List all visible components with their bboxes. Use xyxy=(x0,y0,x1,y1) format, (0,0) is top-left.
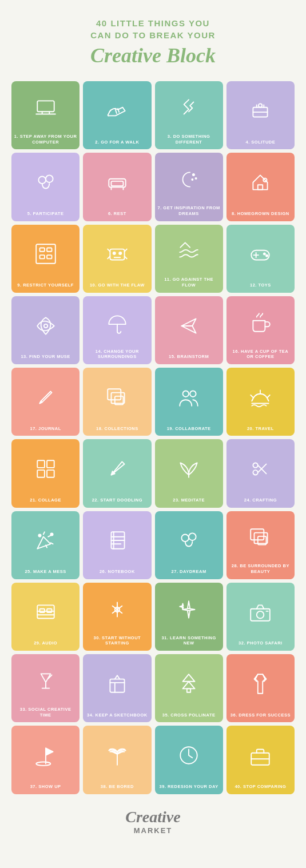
grid-item-16: 16. HAVE A CUP OF TEA OR COFFEE xyxy=(226,296,295,364)
svg-rect-45 xyxy=(47,608,51,612)
footer: Creative Market xyxy=(125,808,180,835)
svg-rect-0 xyxy=(37,101,54,112)
svg-rect-16 xyxy=(47,255,51,258)
svg-point-22 xyxy=(266,255,268,257)
cell-icon-13 xyxy=(34,301,58,355)
cell-icon-10 xyxy=(105,229,129,283)
grid-item-25: 25. MAKE A MESS xyxy=(11,511,80,579)
grid-item-7: 7. GET INSPIRATION FROM DREAMS xyxy=(155,153,223,221)
grid-item-32: 32. PHOTO SAFARI xyxy=(226,583,295,651)
cell-label-37: 37. SHOW UP xyxy=(30,784,61,790)
grid-item-28: 28. BE SURROUNDED BY BEAUTY xyxy=(226,511,295,579)
title-area: 40 LITTLE THINGS YOU CAN DO TO BREAK YOU… xyxy=(90,17,216,67)
cell-label-36: 36. DRESS FOR SUCCESS xyxy=(231,712,291,718)
cell-icon-16 xyxy=(248,301,272,349)
cell-label-25: 25. MAKE A MESS xyxy=(25,569,66,575)
cell-label-26: 26. NOTEBOOK xyxy=(100,569,135,575)
cell-label-29: 29. AUDIO xyxy=(34,640,57,646)
svg-rect-6 xyxy=(111,181,123,186)
cell-label-14: 14. CHANGE YOUR SURROUNDINGS xyxy=(85,349,149,360)
grid-item-13: 13. FIND YOUR MUSE xyxy=(11,296,80,364)
cell-icon-22 xyxy=(105,444,129,497)
cell-icon-7 xyxy=(177,157,201,205)
grid-item-8: 8. HOMEGROWN DESIGN xyxy=(226,153,295,221)
cell-icon-25 xyxy=(34,516,58,570)
cell-label-30: 30. START WITHOUT STARTING xyxy=(85,635,149,647)
grid-item-40: 40. STOP COMPARING xyxy=(226,726,295,794)
cell-icon-1 xyxy=(34,86,58,134)
cell-icon-26 xyxy=(105,516,129,570)
cell-icon-35 xyxy=(177,659,201,712)
grid-item-24: 24. CRAFTING xyxy=(226,439,295,507)
cell-icon-18 xyxy=(105,372,129,426)
cell-label-38: 38. BE BORED xyxy=(101,784,134,790)
svg-rect-49 xyxy=(110,679,124,692)
footer-word: Market xyxy=(125,826,180,835)
cell-label-40: 40. STOP COMPARING xyxy=(235,784,286,790)
cell-label-23: 23. MEDITATE xyxy=(173,497,205,503)
cell-icon-40 xyxy=(248,730,272,784)
grid-item-33: 33. SOCIAL CREATIVE TIME xyxy=(11,654,80,722)
svg-rect-31 xyxy=(37,470,45,477)
svg-rect-29 xyxy=(37,460,45,468)
grid-item-4: 4. SOLITUDE xyxy=(226,81,295,149)
grid-item-9: 9. RESTRICT YOURSELF xyxy=(11,225,80,293)
cell-icon-15 xyxy=(177,301,201,355)
svg-rect-14 xyxy=(47,248,51,252)
grid-item-26: 26. NOTEBOOK xyxy=(83,511,151,579)
svg-rect-24 xyxy=(108,389,121,400)
cell-label-7: 7. GET INSPIRATION FROM DREAMS xyxy=(157,205,221,217)
svg-point-23 xyxy=(43,324,47,327)
grid-item-39: 39. REDESIGN YOUR DAY xyxy=(155,726,223,794)
cell-label-16: 16. HAVE A CUP OF TEA OR COFFEE xyxy=(229,349,292,360)
svg-rect-32 xyxy=(47,470,54,477)
title-line1: 40 LITTLE THINGS YOU xyxy=(90,17,216,29)
cell-icon-29 xyxy=(34,587,58,641)
svg-point-36 xyxy=(50,533,53,536)
svg-point-21 xyxy=(264,253,265,255)
cell-label-4: 4. SOLITUDE xyxy=(245,140,275,145)
svg-point-19 xyxy=(119,252,121,254)
cell-icon-31 xyxy=(177,587,201,635)
svg-point-18 xyxy=(113,252,116,254)
cell-icon-32 xyxy=(248,587,272,641)
grid-item-37: 37. SHOW UP xyxy=(11,726,80,794)
cell-label-18: 18. COLLECTIONS xyxy=(96,426,138,432)
cell-label-32: 32. PHOTO SAFARI xyxy=(239,640,283,646)
cell-label-21: 21. COLLAGE xyxy=(30,497,61,503)
cell-label-35: 35. CROSS POLLINATE xyxy=(162,712,216,718)
cell-icon-6 xyxy=(105,157,129,211)
cell-icon-23 xyxy=(177,444,201,497)
svg-rect-30 xyxy=(47,460,54,468)
cell-icon-20 xyxy=(248,372,272,426)
svg-rect-44 xyxy=(39,608,44,612)
grid-item-31: 31. LEARN SOMETHING NEW xyxy=(155,583,223,651)
cell-label-24: 24. CRAFTING xyxy=(244,497,277,503)
cell-label-12: 12. TOYS xyxy=(250,282,271,288)
cell-label-34: 34. KEEP A SKETCHBOOK xyxy=(87,712,148,718)
svg-rect-10 xyxy=(258,185,263,189)
grid-item-3: 3. DO SOMETHING DIFFERENT xyxy=(155,81,223,149)
grid-item-15: 15. BRAINSTORM xyxy=(155,296,223,364)
svg-point-7 xyxy=(193,174,194,176)
cell-label-11: 11. GO AGAINST THE FLOW xyxy=(157,277,221,288)
cell-label-15: 15. BRAINSTORM xyxy=(169,354,209,360)
grid-item-2: 2. GO FOR A WALK xyxy=(83,81,151,149)
svg-point-8 xyxy=(196,178,197,179)
svg-point-39 xyxy=(189,533,196,541)
cell-label-31: 31. LEARN SOMETHING NEW xyxy=(157,635,221,647)
cell-label-6: 6. REST xyxy=(108,211,126,217)
cell-icon-11 xyxy=(177,229,201,277)
grid-item-1: 1. STEP AWAY FROM YOUR COMPUTER xyxy=(11,81,80,149)
grid-item-18: 18. COLLECTIONS xyxy=(83,368,151,436)
cell-icon-12 xyxy=(248,229,272,283)
cell-icon-8 xyxy=(248,157,272,211)
cell-icon-34 xyxy=(105,659,129,712)
svg-point-48 xyxy=(257,611,264,618)
svg-point-50 xyxy=(36,762,50,766)
cell-icon-17 xyxy=(34,372,58,426)
svg-rect-41 xyxy=(255,533,268,544)
cell-icon-4 xyxy=(248,86,272,140)
svg-point-35 xyxy=(38,535,41,537)
svg-point-34 xyxy=(253,463,258,468)
